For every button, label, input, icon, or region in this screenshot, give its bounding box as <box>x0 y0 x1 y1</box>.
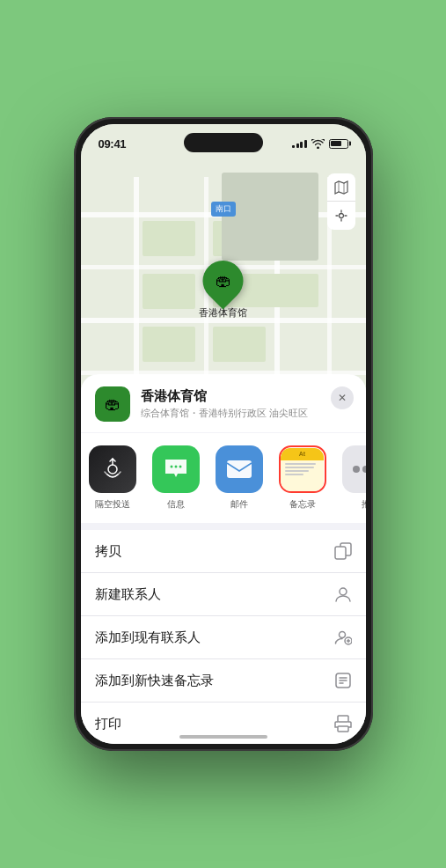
venue-header: 🏟 香港体育馆 综合体育馆・香港特别行政区 油尖旺区 ✕ <box>81 374 366 432</box>
home-indicator <box>179 735 267 739</box>
add-existing-label: 添加到现有联系人 <box>95 629 201 646</box>
copy-label: 拷贝 <box>95 543 121 560</box>
messages-icon <box>164 458 188 481</box>
status-time: 09:41 <box>99 137 127 151</box>
print-label: 打印 <box>95 716 121 732</box>
svg-rect-7 <box>335 547 346 559</box>
svg-rect-5 <box>227 460 252 478</box>
sheet-divider <box>81 523 366 530</box>
notes-label: 备忘录 <box>289 498 316 511</box>
messages-icon-wrap <box>152 445 200 493</box>
new-contact-label: 新建联系人 <box>95 586 161 603</box>
copy-icon <box>334 542 352 560</box>
bottom-sheet: 🏟 香港体育馆 综合体育馆・香港特别行政区 油尖旺区 ✕ <box>81 374 366 744</box>
venue-name: 香港体育馆 <box>141 388 352 405</box>
add-existing-icon <box>334 629 352 646</box>
battery-icon <box>329 139 348 149</box>
location-button[interactable] <box>327 202 355 230</box>
share-icons-row: 隔空投送 信息 <box>81 433 366 523</box>
action-row-add-existing[interactable]: 添加到现有联系人 <box>81 616 366 659</box>
more-label: 推 <box>362 498 366 511</box>
svg-point-8 <box>340 588 347 595</box>
action-row-new-contact[interactable]: 新建联系人 <box>81 573 366 616</box>
svg-point-0 <box>339 214 343 218</box>
svg-point-1 <box>108 465 117 474</box>
share-item-airdrop[interactable]: 隔空投送 <box>81 445 144 511</box>
more-icon-wrap <box>342 445 366 493</box>
quick-note-icon <box>334 672 352 689</box>
new-contact-icon <box>334 585 352 603</box>
location-icon <box>335 210 347 222</box>
action-row-quick-note[interactable]: 添加到新快速备忘录 <box>81 659 366 702</box>
svg-rect-12 <box>338 716 348 722</box>
status-icons <box>292 139 348 149</box>
venue-subtitle: 综合体育馆・香港特别行政区 油尖旺区 <box>141 407 352 420</box>
phone-frame: 09:41 <box>74 117 373 751</box>
close-button[interactable]: ✕ <box>331 386 354 409</box>
svg-point-4 <box>179 466 181 468</box>
quick-note-label: 添加到新快速备忘录 <box>95 673 214 689</box>
map-type-button[interactable] <box>327 173 355 202</box>
svg-point-3 <box>174 466 177 468</box>
share-item-more[interactable]: 推 <box>334 445 366 511</box>
stadium-marker: 🏟 香港体育馆 <box>199 261 247 320</box>
phone-screen: 09:41 <box>81 124 366 744</box>
notes-icon-selected: At <box>279 445 326 493</box>
map-type-icon <box>334 180 348 195</box>
svg-point-9 <box>339 632 345 638</box>
share-item-mail[interactable]: 邮件 <box>208 445 271 511</box>
wifi-icon <box>311 139 325 149</box>
airdrop-icon <box>89 445 136 493</box>
airdrop-label: 隔空投送 <box>95 498 130 511</box>
dynamic-island <box>184 133 263 152</box>
south-gate-label: 南口 <box>211 202 236 217</box>
map-controls <box>327 173 355 230</box>
marker-pin: 🏟 <box>194 252 252 309</box>
mail-label: 邮件 <box>230 498 248 511</box>
signal-bars-icon <box>292 139 307 148</box>
mail-icon-wrap <box>216 445 263 493</box>
print-icon <box>334 715 352 732</box>
share-item-messages[interactable]: 信息 <box>144 445 208 511</box>
svg-point-2 <box>170 466 172 468</box>
venue-info: 香港体育馆 综合体育馆・香港特别行政区 油尖旺区 <box>141 388 352 420</box>
notes-inner: At <box>281 448 324 491</box>
venue-logo: 🏟 <box>95 386 130 422</box>
action-row-copy[interactable]: 拷贝 <box>81 530 366 573</box>
mail-icon <box>226 460 252 479</box>
action-list: 拷贝 新建联系人 添加到现有联系人 <box>81 530 366 744</box>
svg-rect-13 <box>338 726 348 732</box>
share-item-notes[interactable]: At 备忘录 <box>271 445 334 511</box>
messages-label: 信息 <box>167 498 185 511</box>
